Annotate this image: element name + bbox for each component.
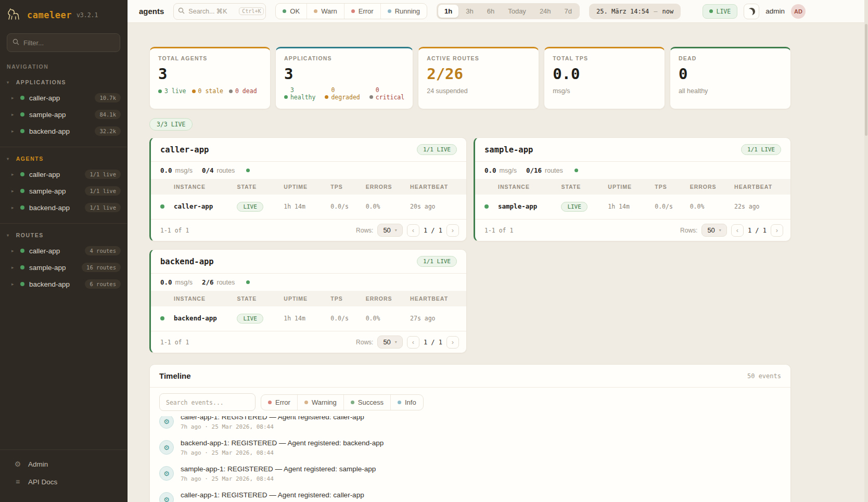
stat-card-total-agents[interactable]: TOTAL AGENTS 3 3 live 0 stale 0 dead	[149, 47, 271, 109]
col-instance: INSTANCE	[498, 184, 561, 190]
stat-card-applications[interactable]: APPLICATIONS 3 3healthy 0degraded 0criti…	[275, 47, 413, 109]
time-range-24h[interactable]: 24h	[533, 5, 557, 18]
sidebar-item-backend-app[interactable]: ▸ backend-app 32.2k	[0, 123, 127, 139]
time-range-1h[interactable]: 1h	[438, 5, 458, 18]
time-range-today[interactable]: Today	[502, 5, 532, 18]
section-header-agents[interactable]: ▾ AGENTS	[0, 153, 127, 166]
stat-card-dead[interactable]: DEAD 0 all healthy	[670, 47, 791, 109]
timeline-event-list[interactable]: ⚙ caller-app-1: REGISTERED — Agent regis…	[150, 416, 790, 502]
col-tps: TPS	[655, 184, 690, 190]
global-search[interactable]: Ctrl+K	[173, 3, 266, 20]
timeline-filter-group: Error Warning Success Info	[261, 394, 424, 410]
timeline-event[interactable]: ⚙ backend-app-1: REGISTERED — Agent regi…	[150, 436, 790, 462]
filter-chip-info[interactable]: Info	[390, 395, 423, 410]
healthy-label: healthy	[290, 94, 315, 101]
sidebar-item-caller-app-routes[interactable]: ▸ caller-app 4 routes	[0, 242, 127, 259]
col-uptime: UPTIME	[608, 184, 655, 190]
sidebar-item-sample-app-routes[interactable]: ▸ sample-app 16 routes	[0, 259, 127, 276]
rows-per-page-select[interactable]: 50▾	[377, 224, 402, 237]
sidebar-item-admin[interactable]: ⚙ Admin	[0, 455, 127, 473]
next-page-button[interactable]: ›	[771, 224, 783, 237]
section-header-routes[interactable]: ▾ ROUTES	[0, 230, 127, 242]
time-range-6h[interactable]: 6h	[481, 5, 501, 18]
sidebar-filter-input[interactable]	[23, 39, 114, 47]
timeline-event[interactable]: ⚙ caller-app-1: REGISTERED — Agent regis…	[150, 416, 790, 436]
tps-value: 0.0/s	[655, 203, 690, 210]
rows-per-page-select[interactable]: 50▾	[701, 224, 726, 237]
timeline-events-count: 50 events	[747, 372, 781, 380]
count-badge: 10.7k	[95, 93, 121, 102]
instance-table-header: INSTANCE STATE UPTIME TPS ERRORS HEARTBE…	[151, 291, 466, 306]
filter-chip-warn[interactable]: Warn	[307, 4, 344, 19]
stat-value: 3	[158, 65, 262, 83]
timeline-card: Timeline 50 events Error Warning	[149, 364, 791, 502]
navigation-label: NAVIGATION	[0, 59, 127, 75]
app-logo[interactable]: cameleer v3.2.1	[0, 0, 127, 29]
app-card-title[interactable]: backend-app	[160, 257, 214, 266]
date-range-display[interactable]: 25. März 14:54 — now	[589, 4, 681, 19]
status-dot	[20, 205, 24, 210]
app-card-title[interactable]: sample-app	[484, 145, 533, 155]
sidebar-item-backend-app-routes[interactable]: ▸ backend-app 6 routes	[0, 276, 127, 292]
sidebar-item-sample-app-agent[interactable]: ▸ sample-app 1/1 live	[0, 183, 127, 199]
table-row[interactable]: sample-app LIVE 1h 14m 0.0/s 0.0% 22s ag…	[475, 195, 790, 218]
theme-toggle-button[interactable]	[744, 4, 759, 19]
section-title: AGENTS	[16, 156, 44, 162]
section-header-applications[interactable]: ▾ APPLICATIONS	[0, 77, 127, 89]
col-tps: TPS	[330, 295, 365, 302]
filter-chip-ok[interactable]: OK	[276, 4, 307, 19]
col-errors: ERRORS	[690, 184, 734, 190]
sidebar-item-caller-app-agent[interactable]: ▸ caller-app 1/1 live	[0, 166, 127, 183]
timeline-search[interactable]	[159, 393, 256, 411]
filter-chip-success[interactable]: Success	[343, 395, 390, 410]
stat-card-total-tps[interactable]: TOTAL TPS 0.0 msg/s	[544, 47, 665, 109]
row-range-label: 1-1 of 1	[160, 339, 189, 346]
prev-page-button[interactable]: ‹	[407, 336, 419, 349]
sidebar-item-backend-app-agent[interactable]: ▸ backend-app 1/1 live	[0, 199, 127, 216]
filter-chip-label: Success	[358, 398, 384, 406]
admin-link-label: Admin	[28, 460, 48, 468]
status-dot	[20, 96, 24, 100]
next-page-button[interactable]: ›	[446, 336, 459, 349]
table-row[interactable]: backend-app LIVE 1h 14m 0.0/s 0.0% 27s a…	[151, 306, 466, 330]
time-range-7d[interactable]: 7d	[558, 5, 578, 18]
sidebar-item-label: sample-app	[29, 264, 66, 272]
filter-chip-error[interactable]: Error	[344, 4, 380, 19]
page-scrollbar[interactable]	[864, 0, 868, 502]
scrollbar-thumb[interactable]	[865, 24, 867, 136]
table-row[interactable]: caller-app LIVE 1h 14m 0.0/s 0.0% 20s ag…	[151, 195, 466, 218]
next-page-button[interactable]: ›	[446, 224, 459, 237]
filter-chip-error[interactable]: Error	[261, 395, 297, 410]
stat-card-active-routes[interactable]: ACTIVE ROUTES 2/26 24 suspended	[418, 47, 539, 109]
app-stats-line: 0.0 msg/s 0/16 routes	[475, 162, 790, 179]
timeline-search-input[interactable]	[166, 399, 249, 406]
filter-chip-warning[interactable]: Warning	[297, 395, 343, 410]
warn-status-dot	[314, 9, 317, 13]
sidebar-item-sample-app[interactable]: ▸ sample-app 84.1k	[0, 106, 127, 123]
avatar[interactable]: AD	[791, 4, 806, 19]
sidebar-item-caller-app[interactable]: ▸ caller-app 10.7k	[0, 89, 127, 106]
sidebar-filter[interactable]	[7, 33, 120, 52]
moon-icon	[748, 8, 755, 15]
time-range-3h[interactable]: 3h	[459, 5, 479, 18]
rows-per-page-value: 50	[383, 338, 390, 346]
stat-label: ACTIVE ROUTES	[427, 55, 530, 61]
error-status-dot	[351, 9, 355, 13]
timeline-event[interactable]: ⚙ sample-app-1: REGISTERED — Agent regis…	[150, 462, 790, 488]
search-icon	[12, 38, 19, 47]
app-card-sample-app: sample-app 1/1 LIVE 0.0 msg/s 0/16 route…	[474, 137, 791, 241]
global-search-input[interactable]	[188, 8, 235, 15]
prev-page-button[interactable]: ‹	[731, 224, 744, 237]
app-card-title[interactable]: caller-app	[160, 145, 209, 155]
rows-per-page-select[interactable]: 50▾	[377, 336, 402, 349]
routes-badge: 6 routes	[85, 279, 121, 289]
timeline-event[interactable]: ⚙ caller-app-1: REGISTERED — Agent regis…	[150, 488, 790, 502]
filter-chip-running[interactable]: Running	[380, 4, 427, 19]
instance-name: backend-app	[174, 314, 237, 322]
prev-page-button[interactable]: ‹	[407, 224, 419, 237]
live-status-badge[interactable]: LIVE	[703, 4, 738, 19]
app-card-grid: caller-app 1/1 LIVE 0.0 msg/s 0/4 routes…	[149, 137, 791, 353]
sidebar-item-api-docs[interactable]: ≡ API Docs	[0, 473, 127, 491]
health-dot	[575, 169, 578, 172]
app-live-badge: 1/1 LIVE	[417, 144, 457, 155]
